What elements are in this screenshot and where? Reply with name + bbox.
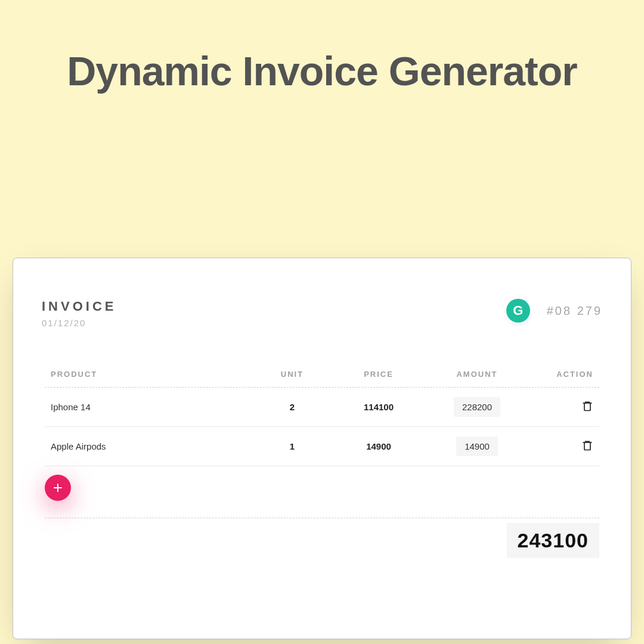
add-row-section: + [45, 466, 599, 518]
grammarly-badge-icon[interactable]: G [506, 299, 530, 323]
total-row: 243100 [45, 523, 599, 558]
cell-price: 114100 [331, 402, 426, 412]
cell-unit: 1 [253, 441, 331, 451]
delete-icon[interactable] [581, 439, 593, 452]
cell-price: 14900 [331, 441, 426, 451]
total-value: 243100 [507, 523, 599, 558]
col-header-amount: AMOUNT [426, 370, 528, 379]
add-row-button[interactable]: + [45, 475, 71, 501]
plus-icon: + [53, 478, 63, 497]
cell-product: Apple Airpods [51, 441, 253, 451]
invoice-number: #08 279 [547, 304, 602, 318]
cell-product: Iphone 14 [51, 402, 253, 412]
invoice-date: 01/12/20 [42, 318, 116, 328]
table-row: Apple Airpods 1 14900 14900 [45, 427, 599, 466]
col-header-price: PRICE [331, 370, 426, 379]
col-header-product: PRODUCT [51, 370, 253, 379]
delete-icon[interactable] [581, 400, 593, 413]
cell-amount-wrap: 14900 [426, 436, 528, 456]
col-header-unit: UNIT [253, 370, 331, 379]
invoice-label: INVOICE [42, 299, 116, 314]
cell-amount: 228200 [454, 397, 500, 417]
table-row: Iphone 14 2 114100 228200 [45, 388, 599, 427]
page-title: Dynamic Invoice Generator [0, 0, 644, 94]
table-header: PRODUCT UNIT PRICE AMOUNT ACTION [45, 370, 599, 388]
cell-amount-wrap: 228200 [426, 397, 528, 417]
col-header-action: ACTION [528, 370, 593, 379]
cell-unit: 2 [253, 402, 331, 412]
invoice-card: INVOICE 01/12/20 G #08 279 PRODUCT UNIT … [13, 258, 631, 639]
invoice-table: PRODUCT UNIT PRICE AMOUNT ACTION Iphone … [45, 370, 599, 558]
cell-amount: 14900 [456, 436, 498, 456]
